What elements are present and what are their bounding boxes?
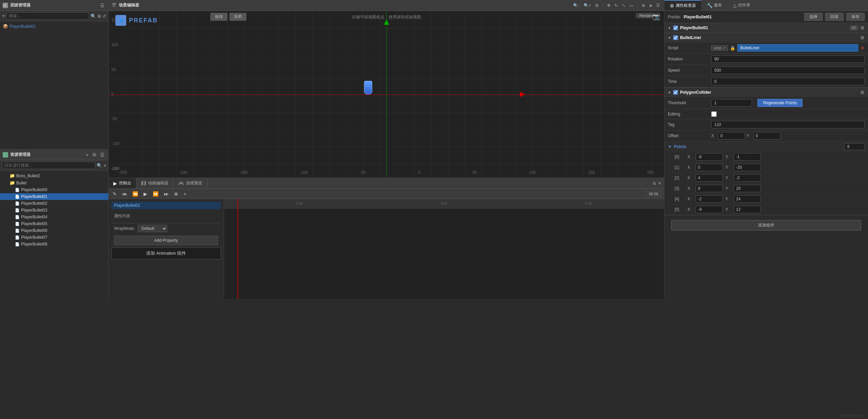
zoom-out-btn[interactable]: 🔍- <box>572 3 581 8</box>
tab-component-store[interactable]: △ 控件库 <box>728 0 756 11</box>
threshold-input[interactable] <box>711 99 752 107</box>
time-input[interactable] <box>711 78 865 85</box>
point-2-y-input[interactable] <box>734 174 761 182</box>
asset-item-playerbullet02[interactable]: 📄 PlayerBullet02 <box>0 200 108 207</box>
asset-search-input[interactable] <box>2 162 95 169</box>
tab-game-preview[interactable]: 🎮 游戏预览 <box>173 178 207 188</box>
toolbar-scale-icon[interactable]: ⤡ <box>621 3 627 8</box>
component-bulletliner-header[interactable]: ▼ BulletLiner ⚙ <box>664 33 868 42</box>
asset-menu-btn[interactable]: ☰ <box>99 152 106 158</box>
toolbar-anchor-icon[interactable]: ⊕ <box>640 3 646 8</box>
rotation-input[interactable] <box>711 55 865 63</box>
toolbar-rect-icon[interactable]: ▭ <box>628 3 635 8</box>
editing-checkbox[interactable] <box>711 111 717 117</box>
toolbar-rotate-icon[interactable]: ↻ <box>613 3 619 8</box>
anim-edit-btn[interactable]: ✎ <box>111 190 118 197</box>
inspector-select-btn[interactable]: 选择 <box>804 13 823 21</box>
scene-menu-btn[interactable]: ☰ <box>655 3 661 8</box>
component-polygon-header[interactable]: ▼ PolygonCollider ⚙ <box>664 88 868 97</box>
fit-view-btn[interactable]: ⊞ <box>594 3 600 8</box>
anim-step-fwd-btn[interactable]: ⏩ <box>151 190 160 197</box>
hierarchy-filter-icon[interactable]: ⊞ <box>97 14 101 19</box>
point-4-x-input[interactable] <box>696 195 723 203</box>
asset-item-playerbullet08[interactable]: 📄 PlayerBullet08 <box>0 241 108 248</box>
zoom-in-btn[interactable]: 🔍+ <box>582 3 592 8</box>
tab-close-btn[interactable]: ✕ <box>658 181 661 186</box>
asset-sort-icon[interactable]: ≡ <box>103 163 106 168</box>
add-component-btn[interactable]: 添加组件 <box>671 220 861 231</box>
inspector-header-buttons: 选择 回退 保存 <box>804 13 865 21</box>
point-0-y-input[interactable] <box>734 153 761 161</box>
toolbar-local-icon[interactable]: ◈ <box>648 3 654 8</box>
tag-input[interactable] <box>711 121 865 128</box>
point-1-y-input[interactable] <box>734 164 761 171</box>
offset-y-input[interactable] <box>753 132 780 140</box>
points-header[interactable]: ▼ Points <box>664 142 868 152</box>
anim-add-frame-btn[interactable]: + <box>182 190 188 197</box>
asset-add-btn[interactable]: + <box>85 152 90 158</box>
speed-input[interactable] <box>711 67 865 74</box>
hierarchy-menu-btn[interactable]: ☰ <box>99 3 106 8</box>
regenerate-points-btn[interactable]: Regenerate Points <box>757 99 803 107</box>
point-3-x-input[interactable] <box>696 185 723 192</box>
asset-item-playerbullet01[interactable]: 📄 PlayerBullet01 <box>0 193 108 200</box>
hierarchy-search-input[interactable] <box>6 12 89 20</box>
component-main-gear-icon[interactable]: ⚙ <box>860 25 865 31</box>
anim-node-item[interactable]: PlayerBullet01 <box>111 202 221 209</box>
speed-label: Speed <box>668 68 709 73</box>
points-count-input[interactable] <box>844 143 865 150</box>
anim-play-btn[interactable]: ▶ <box>142 190 149 197</box>
offset-x-input[interactable] <box>718 132 745 140</box>
tab-services[interactable]: 🔧 服务 <box>701 0 728 11</box>
hierarchy-refresh-icon[interactable]: ↺ <box>102 14 106 19</box>
component-main-header[interactable]: ▼ PlayerBullet01 3D ⚙ <box>664 23 868 33</box>
anim-step-back-btn[interactable]: ⏪ <box>131 190 139 197</box>
point-5-y-input[interactable] <box>734 206 761 213</box>
hierarchy-item-playerbullet01[interactable]: 📦 PlayerBullet01 <box>0 23 108 30</box>
point-5-x-input[interactable] <box>696 206 723 213</box>
hierarchy-add-btn[interactable]: + <box>2 13 5 19</box>
timeline-playhead[interactable] <box>238 199 238 299</box>
anim-add-event-btn[interactable]: ⊕ <box>173 190 180 197</box>
scene-close-btn[interactable]: 关闭 <box>229 13 246 21</box>
scene-save-btn[interactable]: 保存 <box>210 13 227 21</box>
component-bulletliner-gear-icon[interactable]: ⚙ <box>860 35 865 40</box>
hierarchy-search-bar: + 🔍 ⊞ ↺ <box>0 11 108 21</box>
anim-next-btn[interactable]: ⏭ <box>163 190 170 197</box>
camera-icon[interactable]: 📷 <box>653 13 660 20</box>
asset-item-bullet-folder[interactable]: 📁 Bullet <box>0 179 108 186</box>
anim-prev-btn[interactable]: ⏮ <box>121 190 128 197</box>
asset-item-playerbullet05[interactable]: 📄 PlayerBullet05 <box>0 220 108 227</box>
tab-inspector[interactable]: ⚙ 属性检查器 <box>664 0 701 11</box>
hierarchy-search-icon[interactable]: 🔍 <box>91 14 96 19</box>
point-1-x-input[interactable] <box>696 164 723 171</box>
toolbar-move-icon[interactable]: ✥ <box>606 3 612 8</box>
point-0-x-input[interactable] <box>696 153 723 161</box>
point-0-x-label: X <box>687 154 693 159</box>
asset-item-boss-bullet2[interactable]: 📁 Boss_Bullet2 <box>0 172 108 179</box>
inspector-save-btn[interactable]: 保存 <box>846 13 865 21</box>
add-property-btn[interactable]: Add Property <box>114 236 218 245</box>
tab-copy-btn[interactable]: ⧉ <box>653 181 656 186</box>
point-3-y-input[interactable] <box>734 185 761 192</box>
component-main-checkbox[interactable] <box>673 25 678 30</box>
asset-item-playerbullet04[interactable]: 📄 PlayerBullet04 <box>0 214 108 220</box>
asset-item-playerbullet07[interactable]: 📄 PlayerBullet07 <box>0 234 108 241</box>
wrapmode-select[interactable]: Default <box>138 225 167 232</box>
point-4-y-input[interactable] <box>734 195 761 203</box>
script-value-input[interactable] <box>737 44 858 52</box>
component-polygon-gear-icon[interactable]: ⚙ <box>860 90 865 95</box>
inspector-revert-btn[interactable]: 回退 <box>825 13 844 21</box>
tab-console[interactable]: ▶ 控制台 <box>109 178 136 188</box>
asset-item-playerbullet03[interactable]: 📄 PlayerBullet03 <box>0 207 108 214</box>
tab-anim-editor[interactable]: 🎞 动画编辑器 <box>136 178 173 188</box>
asset-copy-btn[interactable]: ⧉ <box>92 152 97 158</box>
asset-item-playerbullet00[interactable]: 📄 PlayerBullet00 <box>0 186 108 193</box>
asset-search-icon[interactable]: 🔍 <box>97 163 102 168</box>
point-2-x-input[interactable] <box>696 174 723 182</box>
component-bulletliner-checkbox[interactable] <box>673 35 678 40</box>
console-icon: ▶ <box>113 181 117 186</box>
component-polygon-checkbox[interactable] <box>673 90 678 95</box>
asset-item-playerbullet06[interactable]: 📄 PlayerBullet06 <box>0 227 108 234</box>
script-remove-btn[interactable]: ✕ <box>860 45 865 51</box>
